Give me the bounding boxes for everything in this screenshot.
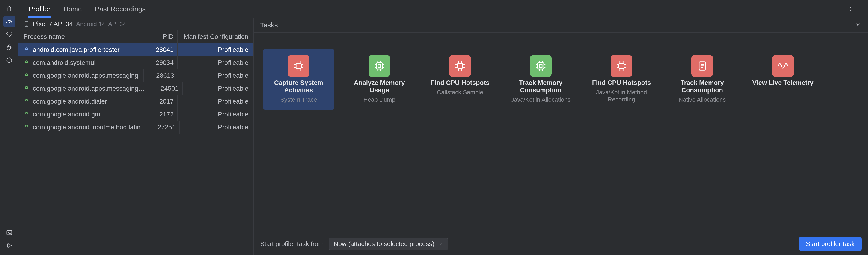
process-pid: 24501 [150,82,182,95]
chevron-down-icon [439,242,443,246]
process-manifest: Profileable [178,69,253,82]
svg-point-22 [26,126,26,127]
task-analyze-memory[interactable]: Analyze Memory Usage Heap Dump [344,49,415,110]
svg-rect-26 [376,63,382,69]
task-capture-system[interactable]: Capture System Activities System Trace [263,49,334,110]
tasks-title: Tasks [260,21,278,29]
tab-label: Past Recordings [95,5,146,13]
select-value: Now (attaches to selected process) [334,240,434,248]
start-mode-select[interactable]: Now (attaches to selected process) [329,238,448,250]
svg-point-16 [26,87,26,88]
process-pid: 28613 [144,69,178,82]
task-icon [449,55,471,77]
android-icon [24,98,30,104]
process-panel: Pixel 7 API 34 Android 14, API 34 Proces… [19,18,254,255]
table-row[interactable]: com.google.android.gm 2172 Profileable [19,108,253,121]
task-icon [288,55,309,77]
task-icon [611,55,632,77]
settings-icon[interactable] [855,22,862,29]
rail-gem-icon[interactable] [3,29,15,40]
task-subtitle: Java/Kotlin Method Recording [590,89,653,103]
device-icon [24,21,30,27]
process-name: com.android.systemui [33,59,95,66]
svg-rect-25 [296,63,301,69]
task-icon [530,55,552,77]
tab-profiler[interactable]: Profiler [22,0,57,18]
rail-profiler-icon[interactable] [3,16,15,27]
task-subtitle: Native Allocations [678,96,726,103]
svg-point-18 [26,100,26,101]
svg-point-24 [857,24,859,26]
rail-vcs-icon[interactable] [3,240,15,251]
task-subtitle: Java/Kotlin Allocations [511,96,571,103]
android-icon [24,73,30,78]
svg-point-19 [27,100,27,101]
task-icon [772,55,794,77]
table-row[interactable]: com.google.android.apps.messaging… 24501… [19,82,253,95]
process-manifest: Profileable [177,108,253,121]
task-title: Find CPU Hotspots [592,79,651,87]
svg-point-13 [27,62,27,62]
process-manifest: Profileable [177,95,253,108]
svg-rect-31 [619,63,624,69]
table-row[interactable]: com.android.systemui 29034 Profileable [19,56,253,69]
svg-point-6 [850,7,851,8]
svg-point-8 [850,10,851,11]
table-row[interactable]: com.google.android.inputmethod.latin 272… [19,121,253,134]
device-row[interactable]: Pixel 7 API 34 Android 14, API 34 [19,18,253,30]
task-title: View Live Telemetry [752,79,813,87]
minimize-icon[interactable] [855,4,864,13]
rail-design-icon[interactable] [3,3,15,14]
rail-warning-icon[interactable] [3,55,15,66]
svg-rect-30 [539,65,542,67]
device-sub: Android 14, API 34 [76,21,126,28]
svg-point-15 [27,74,27,75]
svg-rect-0 [8,46,10,49]
task-cpu-callstack[interactable]: Find CPU Hotspots Callstack Sample [424,49,496,110]
process-pid: 2017 [143,95,177,108]
process-manifest: Profileable [177,43,253,56]
start-task-button[interactable]: Start profiler task [799,237,862,251]
more-icon[interactable] [846,4,855,13]
rail-terminal-icon[interactable] [3,227,15,238]
tab-bar: Profiler Home Past Recordings [19,0,868,18]
svg-point-7 [850,8,851,9]
process-pid: 29034 [143,56,177,69]
table-header: Process name PID Manifest Configuration [19,30,253,43]
task-subtitle: Heap Dump [364,96,396,103]
task-title: Track Memory Consumption [509,79,572,94]
svg-point-11 [27,49,27,49]
task-mem-jk[interactable]: Track Memory Consumption Java/Kotlin All… [505,49,577,110]
tab-home[interactable]: Home [57,0,88,18]
android-icon [24,47,30,53]
button-label: Start profiler task [806,240,855,247]
table-row[interactable]: com.google.android.apps.messaging 28613 … [19,69,253,82]
process-table-body: android.com.java.profilertester 28041 Pr… [19,43,253,255]
col-manifest-config[interactable]: Manifest Configuration [177,30,253,43]
svg-rect-27 [378,65,380,67]
table-row[interactable]: com.google.android.dialer 2017 Profileab… [19,95,253,108]
task-icon [369,55,390,77]
task-cpu-jk[interactable]: Find CPU Hotspots Java/Kotlin Method Rec… [586,49,657,110]
table-row[interactable]: android.com.java.profilertester 28041 Pr… [19,43,253,56]
svg-point-3 [7,243,8,245]
svg-point-5 [10,245,11,246]
task-title: Analyze Memory Usage [348,79,410,94]
col-pid[interactable]: PID [143,30,177,43]
svg-point-21 [27,113,27,114]
col-process-name[interactable]: Process name [19,30,143,43]
tab-past[interactable]: Past Recordings [88,0,152,18]
rail-bug-icon[interactable] [3,41,15,53]
process-pid: 28041 [143,43,177,56]
task-mem-native[interactable]: Track Memory Consumption Native Allocati… [666,49,738,110]
process-name: com.google.android.inputmethod.latin [33,124,141,131]
process-manifest: Profileable [182,82,253,95]
android-icon [24,124,30,130]
tab-label: Home [63,5,82,13]
footer-label: Start profiler task from [260,240,323,248]
tasks-grid: Capture System Activities System Trace A… [254,33,868,233]
device-name: Pixel 7 API 34 [33,20,73,28]
android-icon [24,60,30,66]
task-telemetry[interactable]: View Live Telemetry [747,49,819,110]
svg-point-14 [26,74,26,75]
